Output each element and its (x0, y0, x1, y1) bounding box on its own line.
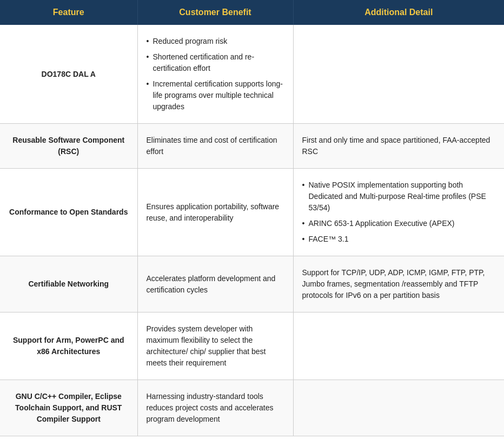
detail-cell (293, 312, 504, 380)
benefit-cell: Harnessing industry-standard tools reduc… (137, 380, 293, 436)
detail-list-item: Native POSIX implementation supporting b… (302, 179, 496, 214)
detail-list-item: ARINC 653-1 Application Executive (APEX) (302, 218, 496, 229)
table-row: Reusable Software Component (RSC)Elimina… (0, 124, 504, 169)
benefit-cell: Accelerates platform development and cer… (137, 256, 293, 312)
benefit-cell: Ensures application portability, softwar… (137, 169, 293, 256)
feature-table: Feature Customer Benefit Additional Deta… (0, 0, 504, 436)
benefit-cell: Reduced program riskShortened certificat… (137, 25, 293, 124)
detail-cell: Support for TCP/IP, UDP, ADP, ICMP, IGMP… (293, 256, 504, 312)
table-row: Certifiable NetworkingAccelerates platfo… (0, 256, 504, 312)
benefit-list-item: Shortened certification and re-certifica… (147, 51, 284, 74)
feature-cell: Support for Arm, PowerPC and x86 Archite… (0, 312, 137, 380)
table-row: Conformance to Open StandardsEnsures app… (0, 169, 504, 256)
benefit-list-item: Reduced program risk (147, 36, 284, 47)
detail-list-item: FACE™ 3.1 (302, 234, 496, 245)
detail-cell (293, 380, 504, 436)
feature-cell: DO178C DAL A (0, 25, 137, 124)
benefit-list-item: Incremental certification supports long-… (147, 78, 284, 112)
table-header-row: Feature Customer Benefit Additional Deta… (0, 0, 504, 25)
feature-cell: Conformance to Open Standards (0, 169, 137, 256)
detail-cell: First and only time and space partitione… (293, 124, 504, 169)
benefit-cell: Eliminates time and cost of certificatio… (137, 124, 293, 169)
benefit-cell: Provides system developer with maximum f… (137, 312, 293, 380)
feature-cell: Reusable Software Component (RSC) (0, 124, 137, 169)
detail-cell (293, 25, 504, 124)
table-row: DO178C DAL AReduced program riskShortene… (0, 25, 504, 124)
detail-cell: Native POSIX implementation supporting b… (293, 169, 504, 256)
table-row: Support for Arm, PowerPC and x86 Archite… (0, 312, 504, 380)
feature-cell: GNU C/C++ Compiler, Eclipse Toolchain Su… (0, 380, 137, 436)
feature-cell: Certifiable Networking (0, 256, 137, 312)
header-detail: Additional Detail (293, 0, 504, 25)
table-row: GNU C/C++ Compiler, Eclipse Toolchain Su… (0, 380, 504, 436)
header-benefit: Customer Benefit (137, 0, 293, 25)
header-feature: Feature (0, 0, 137, 25)
